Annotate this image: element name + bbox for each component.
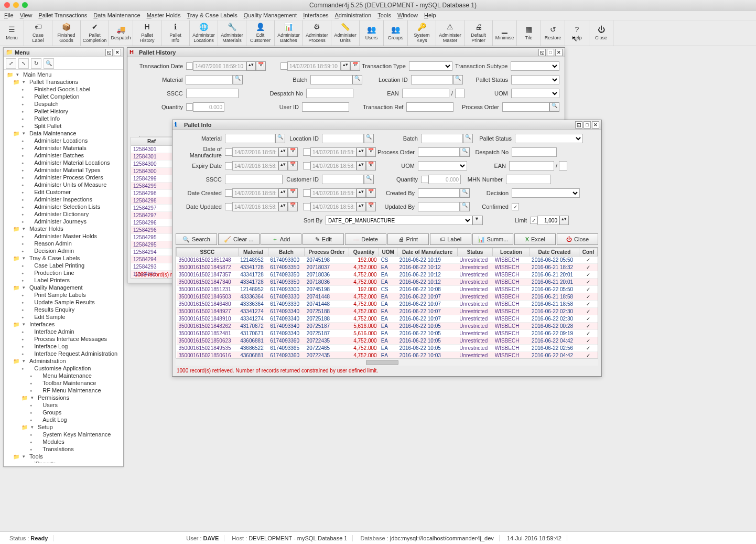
tree-item[interactable]: Finished Goods Label xyxy=(4,86,123,93)
tree-item[interactable]: Decision Admin xyxy=(4,247,123,254)
ref-row[interactable]: 12584295 xyxy=(131,234,172,241)
menu-help[interactable]: Help xyxy=(424,12,436,18)
lookup-icon[interactable]: 🔍 xyxy=(364,134,374,143)
panel-close-icon[interactable]: ✕ xyxy=(114,49,121,56)
column-header[interactable]: Date Created xyxy=(530,248,579,257)
trans-date-from-input[interactable] xyxy=(193,61,246,71)
tree-item[interactable]: ▾Quality Management xyxy=(4,284,123,291)
calendar-icon[interactable]: 📅 xyxy=(366,147,376,157)
window-close-icon[interactable]: ✕ xyxy=(555,49,563,56)
date-step-icon[interactable]: ▴▾ xyxy=(357,202,366,211)
tree-item[interactable]: Despatch xyxy=(4,100,123,108)
updated-from-check[interactable] xyxy=(225,203,232,210)
column-header[interactable]: Quantity xyxy=(349,248,379,257)
confirmed-check[interactable]: ✓ xyxy=(512,203,519,210)
sort-direction-icon[interactable]: ▼ xyxy=(472,216,483,225)
toolbar-menu[interactable]: ☰Menu xyxy=(0,20,24,46)
table-row[interactable]: 3500016150218512311214895261740933002074… xyxy=(177,286,598,293)
toolbar-administer-units[interactable]: 📏AdministerUnits xyxy=(331,20,360,46)
ref-row[interactable]: 12584296 xyxy=(131,219,172,227)
tree-item[interactable]: Pallet Completion xyxy=(4,93,123,100)
ref-row[interactable]: 12584301 xyxy=(131,146,172,153)
trans-ref-input[interactable] xyxy=(406,102,453,112)
toolbar-edit-customer[interactable]: 👤EditCustomer xyxy=(246,20,275,46)
table-row[interactable]: 3500016150218465034333636461740933302074… xyxy=(177,293,598,301)
tree-item[interactable]: ▾Tools xyxy=(4,453,123,460)
horizontal-scrollbar[interactable] xyxy=(176,358,598,366)
zoom-window-icon[interactable] xyxy=(22,2,28,8)
pallet-info-titlebar[interactable]: ℹ Pallet Info ◱ □ ✕ xyxy=(172,120,601,130)
menu-window[interactable]: Window xyxy=(397,12,418,18)
close-window-icon[interactable] xyxy=(4,2,10,8)
ref-row[interactable]: 12584295 xyxy=(131,241,172,249)
tree-item[interactable]: Administer Material Locations xyxy=(4,159,123,166)
lookup-icon[interactable]: 🔍 xyxy=(460,188,470,198)
tree-item[interactable]: Split Pallet xyxy=(4,122,123,130)
tree-item[interactable]: System Keys Maintenance xyxy=(4,431,123,438)
calendar-icon[interactable]: 📅 xyxy=(288,202,298,211)
toolbar-pallet-info[interactable]: ℹPalletInfo xyxy=(161,20,190,46)
tree-item[interactable]: Administer Selection Lists xyxy=(4,203,123,210)
delete-button[interactable]: —Delete xyxy=(345,233,386,245)
tree-find-icon[interactable]: 🔍 xyxy=(44,58,54,69)
tree-expand-icon[interactable]: ⤢ xyxy=(6,58,16,69)
limit-check[interactable]: ✓ xyxy=(530,217,537,224)
column-header[interactable]: Conf xyxy=(579,248,598,257)
tree-item[interactable]: Toolbar Maintenance xyxy=(4,379,123,387)
label-button[interactable]: 🏷Label xyxy=(430,233,471,245)
toolbar-default-printer[interactable]: 🖨DefaultPrinter xyxy=(465,20,493,46)
menu-view[interactable]: View xyxy=(20,12,33,18)
calendar-icon[interactable]: 📅 xyxy=(366,161,376,170)
table-row[interactable]: 3500016150218489274334127461740933402072… xyxy=(177,308,598,315)
toolbar-administer-master[interactable]: ⚠AdministerMaster xyxy=(436,20,465,46)
column-header[interactable]: Location xyxy=(493,248,530,257)
process-order-input[interactable] xyxy=(502,102,549,112)
menu-master-holds[interactable]: Master Holds xyxy=(147,12,181,18)
tree-item[interactable]: Update Sample Results xyxy=(4,298,123,306)
created-by-input[interactable] xyxy=(418,188,460,198)
ref-row[interactable]: 12584300 xyxy=(131,161,172,168)
tree-item[interactable]: Edit Customer xyxy=(4,188,123,196)
table-row[interactable]: 3500016150218482624317067261740933402072… xyxy=(177,323,598,330)
tree-item[interactable]: Production Line xyxy=(4,269,123,276)
qty-check[interactable] xyxy=(186,103,193,111)
dom-to-check[interactable] xyxy=(303,148,310,156)
date-step-icon[interactable]: ▴▾ xyxy=(278,188,288,198)
process-order-input[interactable] xyxy=(418,147,460,157)
tree-item[interactable]: ▾Interfaces xyxy=(4,321,123,328)
tree-item[interactable]: Users xyxy=(4,401,123,409)
calendar-icon[interactable]: 📅 xyxy=(350,61,360,71)
window-maximize-icon[interactable]: □ xyxy=(584,121,591,129)
lookup-icon[interactable]: 🔍 xyxy=(453,75,463,84)
qty-check[interactable] xyxy=(421,176,428,183)
updated-to-check[interactable] xyxy=(303,203,310,210)
table-row[interactable]: 3500016150218512481214895261740933002074… xyxy=(177,257,598,264)
calendar-icon[interactable]: 📅 xyxy=(288,147,298,157)
tree-item[interactable]: Groups xyxy=(4,409,123,416)
calendar-icon[interactable]: 📅 xyxy=(288,161,298,170)
expiry-from-check[interactable] xyxy=(225,162,232,169)
date-step-icon[interactable]: ▴▾ xyxy=(357,161,366,170)
date-step-icon[interactable]: ▴▾ xyxy=(341,61,350,71)
menu-pallet-transactions[interactable]: Pallet Transactions xyxy=(38,12,87,18)
sscc-input[interactable] xyxy=(225,175,283,184)
qty-input[interactable] xyxy=(193,102,224,112)
table-row[interactable]: 3500016150218489104334127461740933402072… xyxy=(177,315,598,323)
created-to-check[interactable] xyxy=(303,189,310,197)
print-button[interactable]: 🖨Print xyxy=(387,233,429,245)
dom-to-input[interactable] xyxy=(310,147,357,157)
dom-from-check[interactable] xyxy=(225,148,232,156)
table-row[interactable]: 3500016150218506234360688161740933602072… xyxy=(177,337,598,345)
decision-select[interactable] xyxy=(512,188,580,198)
table-row[interactable]: 3500016150218495354368652261740933652072… xyxy=(177,345,598,352)
toolbar-help[interactable]: ?Help xyxy=(565,20,589,46)
toolbar-tile[interactable]: ▦Tile xyxy=(517,20,541,46)
userid-input[interactable] xyxy=(302,102,349,112)
tree-item[interactable]: Menu Maintenance xyxy=(4,372,123,379)
lookup-icon[interactable]: 🔍 xyxy=(460,147,470,157)
tree-item[interactable]: ▾Master Holds xyxy=(4,225,123,232)
window-detach-icon[interactable]: ◱ xyxy=(575,121,582,129)
column-header[interactable]: Material xyxy=(238,248,268,257)
table-row[interactable]: 3500016150218458724334172861740933502071… xyxy=(177,264,598,271)
despatch-input[interactable] xyxy=(512,147,557,157)
